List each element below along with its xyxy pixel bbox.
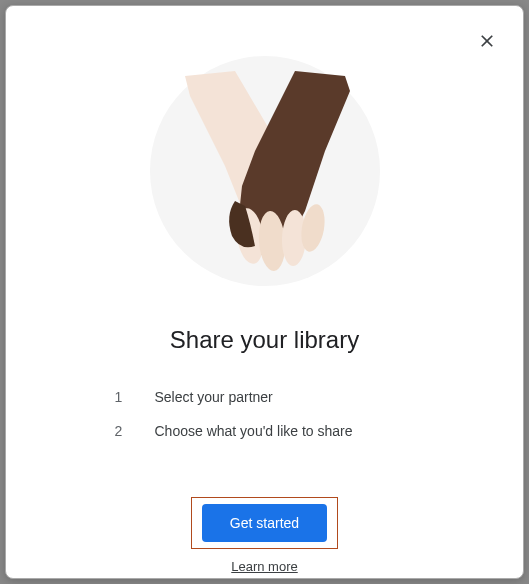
step-item: 2 Choose what you'd like to share	[115, 423, 415, 439]
get-started-button[interactable]: Get started	[202, 504, 327, 542]
modal-content: Share your library 1 Select your partner…	[6, 6, 523, 574]
steps-list: 1 Select your partner 2 Choose what you'…	[115, 389, 415, 457]
modal-title: Share your library	[170, 326, 359, 354]
step-number: 1	[115, 389, 155, 405]
primary-button-highlight: Get started	[191, 497, 338, 549]
close-button[interactable]	[475, 30, 499, 54]
close-icon	[477, 31, 497, 54]
step-text: Select your partner	[155, 389, 415, 405]
hands-illustration	[150, 56, 380, 286]
learn-more-link[interactable]: Learn more	[231, 559, 297, 574]
step-item: 1 Select your partner	[115, 389, 415, 405]
step-text: Choose what you'd like to share	[155, 423, 415, 439]
step-number: 2	[115, 423, 155, 439]
share-library-modal: Share your library 1 Select your partner…	[5, 5, 524, 579]
